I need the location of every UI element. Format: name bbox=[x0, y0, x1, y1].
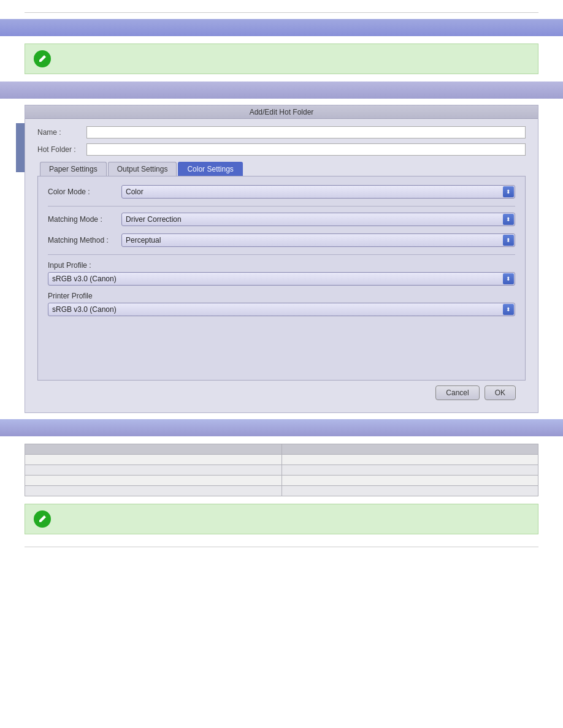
note-box-2 bbox=[25, 504, 538, 534]
tab-output-settings[interactable]: Output Settings bbox=[108, 162, 177, 176]
table-row bbox=[25, 455, 538, 465]
tab-color-settings[interactable]: Color Settings bbox=[178, 162, 242, 176]
printer-profile-label: Printer Profile bbox=[48, 292, 515, 300]
input-profile-select[interactable]: sRGB v3.0 (Canon) bbox=[48, 272, 515, 286]
matching-mode-label: Matching Mode : bbox=[48, 215, 121, 224]
tabs-row: Paper Settings Output Settings Color Set… bbox=[37, 162, 526, 176]
pencil-icon-2 bbox=[37, 514, 47, 524]
dialog-body: Name : Hot Folder : Paper Settings Outpu… bbox=[25, 119, 538, 412]
table-cell bbox=[282, 476, 538, 486]
dialog-buttons: Cancel OK bbox=[37, 381, 526, 405]
divider-2 bbox=[48, 254, 515, 255]
table-col-2 bbox=[282, 444, 538, 455]
dialog-box: Add/Edit Hot Folder Name : Hot Folder : … bbox=[25, 105, 538, 413]
dialog-title-bar: Add/Edit Hot Folder bbox=[25, 105, 538, 119]
input-profile-label: Input Profile : bbox=[48, 261, 515, 270]
section2-header bbox=[0, 82, 563, 99]
side-tab bbox=[16, 123, 25, 172]
note-box-1 bbox=[25, 44, 538, 74]
dialog-area: Add/Edit Hot Folder Name : Hot Folder : … bbox=[25, 105, 538, 413]
table-cell bbox=[282, 486, 538, 496]
matching-mode-select[interactable]: Driver Correction ICC Profile bbox=[121, 213, 515, 226]
name-label: Name : bbox=[37, 128, 86, 137]
table-row bbox=[25, 486, 538, 496]
divider-1 bbox=[48, 206, 515, 207]
input-profile-select-wrapper: sRGB v3.0 (Canon) bbox=[48, 272, 515, 286]
matching-method-select[interactable]: Perceptual Saturation Colorimetric bbox=[121, 233, 515, 247]
table-cell bbox=[282, 455, 538, 465]
name-row: Name : bbox=[37, 126, 526, 138]
table-cell bbox=[25, 465, 282, 476]
tab-panel-spacer bbox=[48, 322, 515, 371]
section1-header bbox=[0, 19, 563, 36]
color-mode-select[interactable]: Color Grayscale Black and White bbox=[121, 185, 515, 199]
printer-profile-select-wrapper: sRGB v3.0 (Canon) bbox=[48, 303, 515, 316]
name-input[interactable] bbox=[86, 126, 526, 138]
info-table bbox=[25, 444, 538, 496]
cancel-button[interactable]: Cancel bbox=[435, 385, 479, 400]
tab-paper-settings[interactable]: Paper Settings bbox=[40, 162, 107, 176]
pencil-icon bbox=[37, 54, 47, 64]
table-cell bbox=[25, 476, 282, 486]
table-col-1 bbox=[25, 444, 282, 455]
table-cell bbox=[282, 465, 538, 476]
matching-method-label: Matching Method : bbox=[48, 236, 121, 245]
table-header-row bbox=[25, 444, 538, 455]
section3-header bbox=[0, 419, 563, 436]
color-mode-label: Color Mode : bbox=[48, 188, 121, 196]
dialog-title: Add/Edit Hot Folder bbox=[250, 108, 314, 116]
color-mode-row: Color Mode : Color Grayscale Black and W… bbox=[48, 185, 515, 199]
note-icon-2 bbox=[34, 510, 51, 528]
hot-folder-input[interactable] bbox=[86, 143, 526, 156]
hot-folder-row: Hot Folder : bbox=[37, 143, 526, 156]
printer-profile-select[interactable]: sRGB v3.0 (Canon) bbox=[48, 303, 515, 316]
table-cell bbox=[25, 486, 282, 496]
note-icon-1 bbox=[34, 50, 51, 67]
matching-mode-select-wrapper: Driver Correction ICC Profile bbox=[121, 213, 515, 226]
hot-folder-label: Hot Folder : bbox=[37, 145, 86, 154]
table-row bbox=[25, 465, 538, 476]
matching-method-row: Matching Method : Perceptual Saturation … bbox=[48, 233, 515, 247]
ok-button[interactable]: OK bbox=[484, 385, 516, 400]
table-row bbox=[25, 476, 538, 486]
matching-mode-row: Matching Mode : Driver Correction ICC Pr… bbox=[48, 213, 515, 226]
matching-method-select-wrapper: Perceptual Saturation Colorimetric bbox=[121, 233, 515, 247]
table-cell bbox=[25, 455, 282, 465]
top-rule bbox=[25, 12, 538, 13]
tab-panel-color-settings: Color Mode : Color Grayscale Black and W… bbox=[37, 176, 526, 381]
bottom-rule bbox=[25, 547, 538, 547]
color-mode-select-wrapper: Color Grayscale Black and White bbox=[121, 185, 515, 199]
page-wrapper: manualshive.com Add/Edit Hot Folder bbox=[0, 12, 563, 728]
